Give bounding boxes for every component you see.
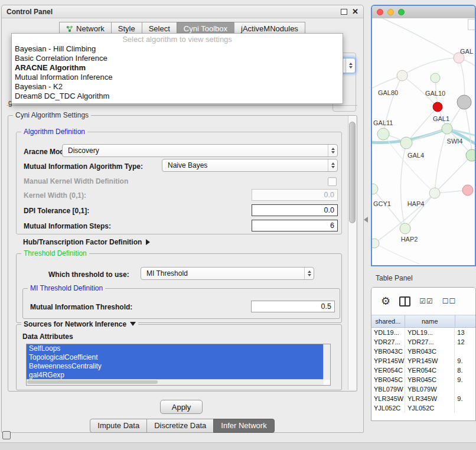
minimize-traffic-light[interactable]: [387, 9, 394, 15]
column-header[interactable]: shared...: [371, 315, 405, 327]
deselect-all-icon[interactable]: ☐☐: [442, 297, 457, 305]
docked-panel-icon[interactable]: [2, 431, 11, 439]
sources-group-title[interactable]: Sources for Network Inference: [21, 320, 138, 328]
attribute-items: SelfLoopsTopologicalCoefficientBetweenne…: [27, 344, 330, 380]
scrollbar-thumb[interactable]: [27, 380, 158, 384]
mi-steps-label: Mutual Information Steps:: [24, 222, 111, 230]
attribute-item[interactable]: gal4RGexp: [27, 371, 324, 380]
which-threshold-select[interactable]: MI Threshold: [141, 267, 314, 280]
control-panel-titlebar[interactable]: Control Panel ✕: [2, 5, 363, 18]
mi-steps-field[interactable]: 6: [252, 220, 338, 231]
mi-threshold-group: MI Threshold Definition Mutual Informati…: [22, 288, 340, 319]
panel-splitter-arrow-icon[interactable]: [364, 217, 368, 223]
table-row[interactable]: YLR345WYLR345W9.: [371, 394, 475, 403]
combo-stepper-icon: [345, 58, 355, 73]
network-node[interactable]: [372, 184, 378, 194]
settings-scrollbar-thumb[interactable]: [349, 122, 356, 223]
mi-threshold-value: 0.5: [321, 302, 331, 311]
table-cell: 12: [455, 337, 475, 347]
combo-stepper-icon: [304, 268, 314, 279]
network-view-window[interactable]: GALGAL80GAL10GAL11GAL1SWI4GAL4GCY1HAP4HA…: [371, 5, 476, 266]
network-graph[interactable]: GALGAL80GAL10GAL11GAL1SWI4GAL4GCY1HAP4HA…: [372, 18, 475, 265]
dpi-tolerance-field[interactable]: 0.0: [252, 204, 338, 216]
close-icon[interactable]: ✕: [352, 8, 358, 15]
attribute-item[interactable]: SelfLoops: [27, 344, 324, 353]
network-node[interactable]: [442, 123, 452, 134]
network-edge[interactable]: [374, 243, 419, 264]
table-cell: [455, 403, 475, 413]
bottom-tab-discretize-data[interactable]: Discretize Data: [146, 419, 214, 433]
bottom-tab-infer-network[interactable]: Infer Network: [213, 419, 274, 433]
sources-title-text: Sources for Network Inference: [24, 320, 126, 328]
network-node[interactable]: [457, 95, 471, 109]
network-node[interactable]: [397, 70, 407, 81]
column-header[interactable]: name: [405, 315, 455, 327]
table-row[interactable]: YER054CYER054C8.: [371, 366, 475, 375]
algorithm-option[interactable]: Basic Correlation Inference: [12, 54, 343, 63]
table-cell: YBR045C: [405, 375, 455, 384]
mi-threshold-field[interactable]: 0.5: [251, 301, 335, 312]
network-canvas[interactable]: GALGAL80GAL10GAL11GAL1SWI4GAL4GCY1HAP4HA…: [372, 18, 475, 265]
manual-kernel-label: Manual Kernel Width Definition: [24, 177, 128, 185]
algorithm-option[interactable]: Mutual Information Inference: [12, 73, 343, 82]
algorithm-option[interactable]: Bayesian - K2: [12, 82, 343, 92]
bottom-tab-impute-data[interactable]: Impute Data: [90, 419, 147, 433]
mi-steps-value: 6: [330, 221, 334, 230]
close-traffic-light[interactable]: [377, 9, 383, 15]
data-attributes-list[interactable]: SelfLoopsTopologicalCoefficientBetweenne…: [26, 344, 331, 386]
algorithm-option[interactable]: Bayesian - Hill Climbing: [12, 44, 343, 54]
table-cell: 9.: [455, 375, 475, 384]
select-all-icon[interactable]: ☑☑: [419, 297, 433, 305]
list-horizontal-scrollbar[interactable]: [27, 379, 324, 385]
gear-icon[interactable]: ⚙: [381, 296, 390, 306]
zoom-traffic-light[interactable]: [398, 9, 405, 15]
data-attributes-label: Data Attributes: [22, 332, 73, 341]
network-edge[interactable]: [402, 58, 459, 76]
manual-kernel-checkbox[interactable]: [328, 177, 337, 186]
node-label: GAL80: [378, 89, 398, 96]
table-row[interactable]: YJL052CYJL052C: [371, 403, 475, 413]
network-window-titlebar[interactable]: [372, 6, 475, 19]
network-edge[interactable]: [405, 193, 435, 229]
algorithm-option[interactable]: ARACNE Algorithm: [12, 63, 343, 73]
network-node[interactable]: [372, 239, 379, 248]
panel-title: Control Panel: [6, 8, 53, 16]
network-node[interactable]: [400, 223, 410, 234]
which-threshold-label: Which threshold to use:: [48, 270, 129, 279]
network-node[interactable]: [466, 149, 475, 161]
network-edge[interactable]: [383, 18, 459, 58]
network-edge[interactable]: [400, 143, 406, 229]
network-node[interactable]: [462, 185, 473, 195]
aracne-mode-value: Discovery: [63, 146, 328, 155]
table-row[interactable]: YDL19...YDL19...13: [371, 328, 475, 337]
attribute-item[interactable]: BetweennessCentrality: [27, 362, 324, 371]
aracne-mode-select[interactable]: Discovery: [62, 144, 338, 157]
columns-icon[interactable]: [399, 296, 410, 306]
table-body: YDL19...YDL19...13YDR27...YDR27...12YBR0…: [371, 328, 475, 413]
list-vertical-scrollbar[interactable]: [323, 344, 330, 380]
node-label: HAP4: [407, 200, 425, 207]
network-node[interactable]: [433, 102, 442, 112]
network-edge[interactable]: [435, 129, 447, 193]
mi-type-select[interactable]: Naive Bayes: [162, 159, 338, 172]
column-header[interactable]: [455, 315, 475, 327]
attribute-item[interactable]: TopologicalCoefficient: [27, 353, 324, 362]
which-threshold-value: MI Threshold: [141, 269, 304, 278]
table-cell: YBR043C: [371, 347, 405, 356]
table-row[interactable]: YBR043CYBR043C: [371, 347, 475, 356]
algorithm-option[interactable]: Dream8 DC_TDC Algorithm: [12, 92, 343, 101]
settings-scrollbar[interactable]: [348, 116, 356, 390]
network-edge[interactable]: [373, 189, 405, 229]
network-node[interactable]: [400, 137, 412, 149]
apply-button[interactable]: Apply: [160, 400, 203, 414]
table-row[interactable]: YPR145WYPR145W9.: [371, 356, 475, 366]
network-node[interactable]: [431, 73, 440, 83]
table-row[interactable]: YBL079WYBL079W: [371, 384, 475, 394]
table-row[interactable]: YDR27...YDR27...12: [371, 337, 475, 347]
hub-definition-expander[interactable]: Hub/Transcription Factor Definition: [23, 238, 150, 246]
kernel-width-field[interactable]: 0.0: [252, 189, 338, 201]
network-node[interactable]: [429, 188, 440, 198]
table-row[interactable]: YBR045CYBR045C9.: [371, 375, 475, 384]
network-node[interactable]: [377, 128, 389, 140]
float-window-icon[interactable]: [341, 9, 347, 15]
